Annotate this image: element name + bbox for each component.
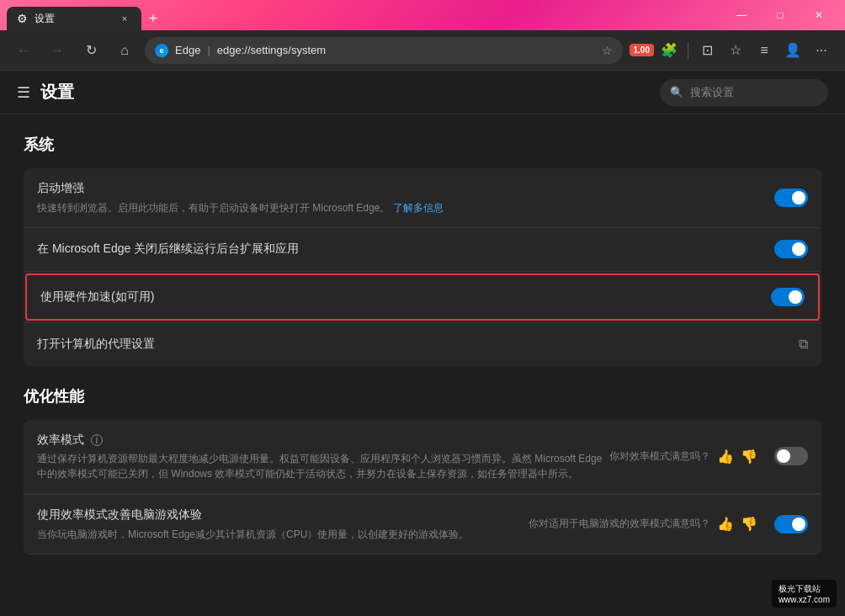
proxy-settings-content: 打开计算机的代理设置 bbox=[37, 336, 789, 353]
refresh-button[interactable]: ↻ bbox=[77, 37, 104, 64]
favorites-star-button[interactable]: ☆ bbox=[602, 44, 613, 57]
efficiency-mode-row: 效率模式 i 通过保存计算机资源帮助最大程度地减少电源使用量。权益可能因设备、应… bbox=[24, 420, 821, 495]
efficiency-mode-desc: 通过保存计算机资源帮助最大程度地减少电源使用量。权益可能因设备、应用程序和个人浏… bbox=[37, 451, 603, 481]
gaming-efficiency-label: 使用效率模式改善电脑游戏体验 bbox=[37, 507, 522, 523]
gaming-efficiency-desc: 当你玩电脑游戏时，Microsoft Edge减少其计算机资源（CPU）使用量，… bbox=[37, 527, 522, 542]
address-bar[interactable]: e Edge | edge://settings/system ☆ bbox=[145, 37, 623, 64]
gaming-efficiency-row: 使用效率模式改善电脑游戏体验 当你玩电脑游戏时，Microsoft Edge减少… bbox=[24, 494, 821, 555]
tab-area: ⚙ 设置 × + bbox=[7, 0, 719, 30]
hardware-accel-row: 使用硬件加速(如可用) bbox=[27, 275, 818, 319]
forward-button[interactable]: → bbox=[44, 37, 71, 64]
browser-logo: e bbox=[155, 44, 168, 57]
web-capture-button[interactable]: ⊡ bbox=[694, 37, 720, 64]
minimize-button[interactable]: — bbox=[722, 0, 761, 30]
search-icon: 🔍 bbox=[670, 86, 683, 98]
navbar: ← → ↻ ⌂ e Edge | edge://settings/system … bbox=[0, 30, 845, 71]
watermark-line1: 极光下载站 bbox=[779, 583, 830, 595]
gaming-feedback-text: 你对适用于电脑游戏的效率模式满意吗？ bbox=[529, 517, 710, 531]
startup-boost-toggle[interactable] bbox=[774, 189, 808, 207]
startup-boost-desc: 快速转到浏览器。启用此功能后，有助于启动设备时更快打开 Microsoft Ed… bbox=[37, 200, 764, 215]
tab-icon: ⚙ bbox=[17, 12, 28, 25]
gaming-efficiency-content: 使用效率模式改善电脑游戏体验 当你玩电脑游戏时，Microsoft Edge减少… bbox=[37, 507, 522, 542]
home-button[interactable]: ⌂ bbox=[111, 37, 138, 64]
efficiency-feedback-area: 你对效率模式满意吗？ 👍 👎 bbox=[609, 447, 808, 465]
efficiency-mode-toggle[interactable] bbox=[774, 447, 808, 465]
settings-layout: ☰ 设置 🔍 搜索设置 系统 启动增强 快速转到浏览器。启用此功能后，有助于启动… bbox=[0, 71, 845, 616]
hardware-accel-slider bbox=[771, 288, 805, 306]
settings-tab[interactable]: ⚙ 设置 × bbox=[7, 7, 141, 30]
startup-boost-slider bbox=[774, 189, 808, 207]
continue-running-slider bbox=[774, 240, 808, 258]
continue-running-label: 在 Microsoft Edge 关闭后继续运行后台扩展和应用 bbox=[37, 241, 764, 258]
close-window-button[interactable]: ✕ bbox=[800, 0, 838, 30]
favorites-button[interactable]: ☆ bbox=[722, 37, 749, 64]
startup-boost-content: 启动增强 快速转到浏览器。启用此功能后，有助于启动设备时更快打开 Microso… bbox=[37, 180, 764, 215]
search-placeholder: 搜索设置 bbox=[690, 85, 734, 100]
proxy-settings-label: 打开计算机的代理设置 bbox=[37, 336, 789, 353]
external-link-icon[interactable]: ⧉ bbox=[799, 337, 808, 352]
performance-section-title: 优化性能 bbox=[24, 386, 821, 406]
back-button[interactable]: ← bbox=[10, 37, 37, 64]
new-tab-button[interactable]: + bbox=[141, 7, 165, 30]
address-separator: | bbox=[207, 44, 210, 56]
page-title: 设置 bbox=[40, 81, 74, 104]
tab-title: 设置 bbox=[35, 12, 55, 26]
system-settings-card: 启动增强 快速转到浏览器。启用此功能后，有助于启动设备时更快打开 Microso… bbox=[24, 168, 821, 366]
address-label: Edge bbox=[175, 44, 200, 56]
settings-main: ☰ 设置 🔍 搜索设置 系统 启动增强 快速转到浏览器。启用此功能后，有助于启动… bbox=[0, 71, 845, 616]
toolbar-divider bbox=[688, 42, 688, 59]
performance-settings-card: 效率模式 i 通过保存计算机资源帮助最大程度地减少电源使用量。权益可能因设备、应… bbox=[24, 420, 821, 555]
window-controls: — □ ✕ bbox=[722, 0, 838, 30]
watermark: 极光下载站 www.xz7.com bbox=[772, 580, 837, 608]
gaming-thumbs-down-button[interactable]: 👎 bbox=[741, 516, 757, 532]
continue-running-toggle[interactable] bbox=[774, 240, 808, 258]
score-badge[interactable]: 1.00 bbox=[630, 44, 654, 56]
continue-running-row: 在 Microsoft Edge 关闭后继续运行后台扩展和应用 bbox=[24, 228, 821, 272]
hardware-accel-highlight: 使用硬件加速(如可用) bbox=[25, 273, 820, 321]
toolbar-right: 1.00 🧩 ⊡ ☆ ≡ 👤 ··· bbox=[630, 37, 835, 64]
thumbs-up-button[interactable]: 👍 bbox=[717, 449, 734, 465]
search-box[interactable]: 🔍 搜索设置 bbox=[660, 79, 828, 106]
maximize-button[interactable]: □ bbox=[761, 0, 800, 30]
close-tab-button[interactable]: × bbox=[118, 12, 131, 25]
settings-header: ☰ 设置 🔍 搜索设置 bbox=[0, 71, 845, 114]
gaming-efficiency-toggle[interactable] bbox=[774, 515, 808, 534]
efficiency-mode-slider bbox=[774, 447, 808, 465]
info-icon[interactable]: i bbox=[91, 434, 103, 446]
titlebar: ⚙ 设置 × + — □ ✕ bbox=[0, 0, 845, 30]
efficiency-mode-content: 效率模式 i 通过保存计算机资源帮助最大程度地减少电源使用量。权益可能因设备、应… bbox=[37, 432, 603, 482]
system-section-title: 系统 bbox=[24, 135, 821, 155]
gaming-efficiency-slider bbox=[774, 515, 808, 534]
continue-running-content: 在 Microsoft Edge 关闭后继续运行后台扩展和应用 bbox=[37, 241, 764, 258]
menu-icon[interactable]: ☰ bbox=[17, 83, 30, 102]
watermark-line2: www.xz7.com bbox=[779, 595, 830, 604]
startup-boost-row: 启动增强 快速转到浏览器。启用此功能后，有助于启动设备时更快打开 Microso… bbox=[24, 168, 821, 228]
hardware-accel-content: 使用硬件加速(如可用) bbox=[40, 289, 761, 305]
gaming-feedback-area: 你对适用于电脑游戏的效率模式满意吗？ 👍 👎 bbox=[529, 515, 808, 534]
address-url: edge://settings/system bbox=[217, 44, 326, 56]
proxy-settings-row: 打开计算机的代理设置 ⧉ bbox=[24, 322, 821, 366]
efficiency-feedback-text: 你对效率模式满意吗？ bbox=[609, 449, 710, 464]
more-button[interactable]: ··· bbox=[808, 37, 835, 64]
hardware-accel-toggle[interactable] bbox=[771, 288, 805, 306]
extensions-button[interactable]: 🧩 bbox=[656, 37, 683, 64]
thumbs-down-button[interactable]: 👎 bbox=[741, 449, 757, 465]
profile-button[interactable]: 👤 bbox=[779, 37, 806, 64]
startup-boost-label: 启动增强 bbox=[37, 180, 764, 197]
gaming-thumbs-up-button[interactable]: 👍 bbox=[717, 516, 734, 532]
startup-boost-link[interactable]: 了解多信息 bbox=[393, 202, 444, 214]
content-area: 系统 启动增强 快速转到浏览器。启用此功能后，有助于启动设备时更快打开 Micr… bbox=[0, 114, 845, 578]
efficiency-mode-label: 效率模式 i bbox=[37, 432, 603, 449]
collections-button[interactable]: ≡ bbox=[751, 37, 778, 64]
hardware-accel-label: 使用硬件加速(如可用) bbox=[40, 289, 761, 305]
